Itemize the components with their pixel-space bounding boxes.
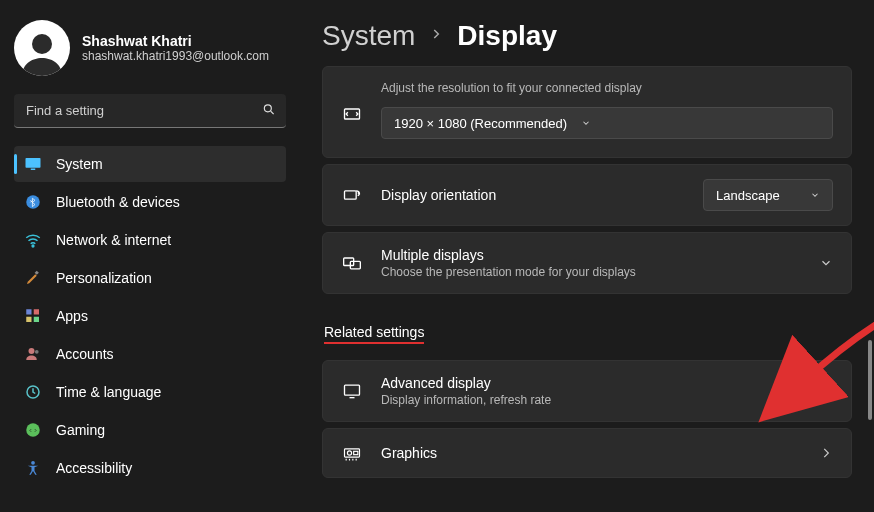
- multiple-subtitle: Choose the presentation mode for your di…: [381, 265, 801, 279]
- nav-item-time-language[interactable]: Time & language: [14, 374, 286, 410]
- svg-rect-25: [354, 451, 358, 454]
- nav-label: Accounts: [56, 346, 114, 362]
- chevron-down-icon: [581, 116, 591, 131]
- apps-icon: [24, 307, 42, 325]
- nav-item-bluetooth[interactable]: Bluetooth & devices: [14, 184, 286, 220]
- svg-point-0: [32, 34, 52, 54]
- svg-point-15: [26, 423, 40, 437]
- svg-point-13: [35, 350, 39, 354]
- search-icon: [262, 103, 276, 120]
- paintbrush-icon: [24, 269, 42, 287]
- nav-item-accessibility[interactable]: Accessibility: [14, 450, 286, 486]
- chevron-right-icon: [429, 27, 443, 45]
- nav-label: System: [56, 156, 103, 172]
- nav-item-network[interactable]: Network & internet: [14, 222, 286, 258]
- nav-label: Accessibility: [56, 460, 132, 476]
- profile-text: Shashwat Khatri shashwat.khatri1993@outl…: [82, 33, 269, 63]
- nav-item-gaming[interactable]: Gaming: [14, 412, 286, 448]
- nav-list: System Bluetooth & devices Network & int…: [14, 146, 286, 486]
- nav-label: Personalization: [56, 270, 152, 286]
- multiple-displays-icon: [341, 253, 363, 273]
- profile-block[interactable]: Shashwat Khatri shashwat.khatri1993@outl…: [14, 20, 286, 76]
- orientation-icon: [341, 185, 363, 205]
- svg-point-16: [31, 461, 35, 465]
- nav-item-apps[interactable]: Apps: [14, 298, 286, 334]
- card-advanced-display[interactable]: Advanced display Display information, re…: [322, 360, 852, 422]
- nav-label: Gaming: [56, 422, 105, 438]
- breadcrumb-leaf: Display: [457, 20, 557, 52]
- svg-rect-21: [345, 385, 360, 395]
- breadcrumb: System Display: [300, 0, 874, 66]
- clock-globe-icon: [24, 383, 42, 401]
- svg-rect-4: [31, 169, 36, 171]
- sidebar: Shashwat Khatri shashwat.khatri1993@outl…: [0, 0, 300, 512]
- profile-email: shashwat.khatri1993@outlook.com: [82, 49, 269, 63]
- svg-rect-7: [35, 271, 39, 275]
- scrollbar-thumb[interactable]: [868, 340, 872, 420]
- nav-label: Apps: [56, 308, 88, 324]
- svg-point-24: [347, 451, 351, 455]
- svg-point-12: [29, 348, 35, 354]
- advanced-subtitle: Display information, refresh rate: [381, 393, 801, 407]
- search-input[interactable]: [14, 94, 286, 128]
- graphics-icon: [341, 443, 363, 463]
- card-graphics[interactable]: Graphics: [322, 428, 852, 478]
- card-display-resolution[interactable]: Adjust the resolution to fit your connec…: [322, 66, 852, 158]
- nav-item-accounts[interactable]: Accounts: [14, 336, 286, 372]
- bluetooth-icon: [24, 193, 42, 211]
- svg-rect-8: [26, 309, 31, 314]
- nav-label: Time & language: [56, 384, 161, 400]
- card-display-orientation[interactable]: Display orientation Landscape: [322, 164, 852, 226]
- nav-label: Bluetooth & devices: [56, 194, 180, 210]
- chevron-down-icon: [810, 188, 820, 203]
- nav-item-system[interactable]: System: [14, 146, 286, 182]
- svg-rect-11: [34, 317, 39, 322]
- accessibility-icon: [24, 459, 42, 477]
- orientation-value: Landscape: [716, 188, 780, 203]
- nav-label: Network & internet: [56, 232, 171, 248]
- related-settings-heading: Related settings: [324, 324, 852, 344]
- goto-chevron[interactable]: [819, 384, 833, 398]
- goto-chevron[interactable]: [819, 446, 833, 460]
- orientation-dropdown[interactable]: Landscape: [703, 179, 833, 211]
- wifi-icon: [24, 231, 42, 249]
- breadcrumb-root[interactable]: System: [322, 20, 415, 52]
- search-container: [14, 94, 286, 128]
- expand-chevron[interactable]: [819, 256, 833, 270]
- svg-line-2: [271, 111, 274, 114]
- multiple-title: Multiple displays: [381, 247, 801, 263]
- orientation-title: Display orientation: [381, 187, 685, 203]
- resolution-dropdown[interactable]: 1920 × 1080 (Recommended): [381, 107, 833, 139]
- advanced-display-icon: [341, 381, 363, 401]
- profile-name: Shashwat Khatri: [82, 33, 269, 49]
- advanced-title: Advanced display: [381, 375, 801, 391]
- svg-point-6: [32, 245, 34, 247]
- accounts-icon: [24, 345, 42, 363]
- svg-rect-3: [26, 158, 41, 168]
- svg-point-1: [264, 105, 271, 112]
- svg-rect-18: [345, 191, 357, 199]
- svg-rect-9: [34, 309, 39, 314]
- gaming-icon: [24, 421, 42, 439]
- resolution-icon: [341, 96, 363, 124]
- main-panel: System Display Adjust the resolution to …: [300, 0, 874, 512]
- system-icon: [24, 155, 42, 173]
- content-area: Adjust the resolution to fit your connec…: [300, 66, 874, 478]
- user-silhouette-icon: [18, 28, 66, 76]
- avatar: [14, 20, 70, 76]
- svg-rect-10: [26, 317, 31, 322]
- graphics-title: Graphics: [381, 445, 801, 461]
- resolution-value: 1920 × 1080 (Recommended): [394, 116, 567, 131]
- card-multiple-displays[interactable]: Multiple displays Choose the presentatio…: [322, 232, 852, 294]
- nav-item-personalization[interactable]: Personalization: [14, 260, 286, 296]
- resolution-subtitle: Adjust the resolution to fit your connec…: [381, 81, 833, 95]
